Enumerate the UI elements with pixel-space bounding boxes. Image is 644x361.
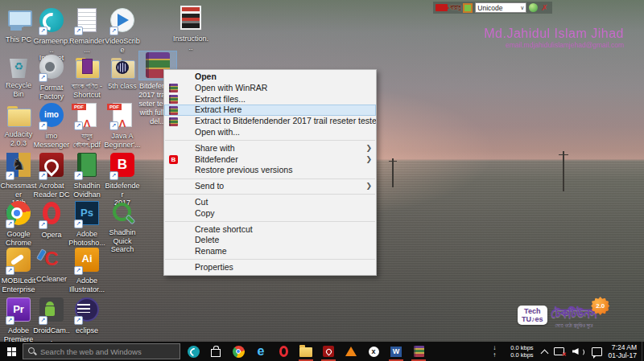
menu-item-restore-previous-versions[interactable]: Restore previous versions: [164, 165, 376, 176]
techtunes-logo: Tech TU♪es: [518, 306, 547, 325]
taskbar-chrome[interactable]: [229, 342, 248, 361]
imo-icon: imo: [39, 103, 64, 127]
taskbar-opera[interactable]: [274, 342, 293, 361]
menu-item-rename[interactable]: Rename: [164, 246, 376, 257]
menu-item-copy[interactable]: Copy: [164, 208, 376, 219]
photoshop-icon: Ps: [75, 201, 99, 225]
techtunes-tagline: মেতে ওঠো প্রযুক্তির সুরে: [551, 322, 597, 329]
winrar-icon: [169, 84, 178, 92]
encoding-dropdown[interactable]: Unicode ∨: [475, 2, 526, 13]
taskbar-word[interactable]: W: [386, 342, 406, 361]
chessmaster-icon: [6, 153, 31, 177]
desktop-icon-recycle-bin[interactable]: Recycle Bin: [0, 53, 37, 98]
menu-item-delete[interactable]: Delete: [164, 235, 376, 246]
desktop-icon-audacity[interactable]: Audacity 2.0.3: [0, 101, 37, 147]
desktop-icon-instruction[interactable]: Instruction...: [172, 4, 209, 51]
menu-separator: [165, 140, 375, 141]
tray-expand-chevron-icon[interactable]: [540, 349, 548, 357]
desktop-icon-shadhin-quick-search[interactable]: Shadhin Quick Search: [104, 199, 141, 254]
desktop-icon-this-pc[interactable]: This PC: [0, 6, 37, 44]
pdf-icon: [77, 103, 97, 127]
desktop-icon-bank-math-shortcut[interactable]: ব্যাংক গণিত - Shortcut: [68, 53, 105, 99]
grameenphone-icon: [188, 346, 200, 358]
menu-item-extract-to[interactable]: Extract to Bitdefendender 2017 trail res…: [164, 116, 376, 127]
this-pc-icon: [5, 6, 32, 34]
desktop-icon-format-factory[interactable]: Format Factory: [33, 53, 70, 101]
search-icon: [28, 347, 36, 355]
menu-item-share-with[interactable]: Share with❯: [164, 143, 376, 154]
edge-icon: e: [258, 345, 265, 358]
date: 01-Jul-17: [609, 351, 637, 359]
submenu-arrow-icon: ❯: [365, 154, 372, 166]
taskbar-xbox[interactable]: x: [364, 342, 383, 361]
desktop-icon-eclipse[interactable]: eclipse: [68, 296, 105, 335]
document-icon: [77, 8, 97, 32]
start-button[interactable]: [0, 342, 23, 361]
volume-icon[interactable]: [572, 347, 584, 356]
menu-item-extract-here[interactable]: Extract Here: [164, 105, 376, 116]
mobiledit-icon: [6, 248, 31, 272]
desktop-icon-droidcam[interactable]: DroidCam...: [33, 296, 70, 343]
desktop-icon-photoshop[interactable]: PsAdobe Photosho...: [68, 199, 105, 247]
tools-icon[interactable]: [540, 3, 550, 12]
taskbar-winrar[interactable]: [409, 342, 428, 361]
format-factory-icon: [39, 55, 64, 79]
language-bar[interactable]: বায়ান্ন Unicode ∨: [433, 2, 552, 14]
taskbar-search[interactable]: Search the web and Windows: [23, 343, 180, 359]
desktop-icon-magic-pdf[interactable]: যাদুর কৌশল.pdf: [68, 101, 105, 149]
menu-item-create-shortcut[interactable]: Create shortcut: [164, 224, 376, 236]
desktop-icon-illustrator[interactable]: AiAdobe Illustrator...: [68, 246, 105, 293]
desktop-icon-opera[interactable]: Opera: [33, 199, 70, 240]
desktop-icon-videoscribe[interactable]: VideoScribe: [104, 6, 141, 54]
desktop-icon-google-chrome[interactable]: Google Chrome: [0, 199, 37, 247]
desktop-icon-5th-class[interactable]: 5th class: [104, 53, 141, 91]
owner-name: Md.Jahidul Islam Jihad: [484, 27, 624, 41]
menu-item-open-with[interactable]: Open with...: [164, 127, 376, 138]
desktop-icon-remainder[interactable]: Remainder...: [68, 6, 105, 54]
keyboard-orb-icon[interactable]: [529, 3, 538, 12]
pdf-icon: [113, 103, 132, 127]
keyboard-icon: [436, 4, 448, 11]
network-status-icon[interactable]: [554, 347, 564, 355]
taskbar-file-explorer[interactable]: [296, 342, 316, 361]
taskbar-clock[interactable]: 7:24 AM 01-Jul-17: [609, 343, 637, 359]
desktop-icon-imo-messenger[interactable]: imoimo Messenger: [33, 101, 70, 149]
winrar-icon: [169, 117, 178, 126]
menu-item-open[interactable]: Open: [164, 72, 376, 83]
time: 7:24 AM: [609, 343, 637, 351]
menu-item-open-with-winrar[interactable]: Open with WinRAR: [164, 83, 376, 94]
layout-skin-icon[interactable]: [463, 3, 473, 13]
download-arrow-icon: ↓: [493, 344, 496, 351]
action-center-icon[interactable]: [592, 347, 602, 356]
menu-separator: [165, 194, 375, 195]
acrobat-icon: [323, 346, 334, 357]
desktop-icon-shadhin-ovidhan[interactable]: Shadhin Ovidhan: [68, 151, 105, 199]
bitdefender-icon: B: [169, 155, 178, 164]
menu-item-cut[interactable]: Cut: [164, 197, 376, 208]
network-speed-values[interactable]: 0.0 kbps 0.0 kbps: [510, 344, 533, 359]
taskbar-grameenphone[interactable]: [184, 342, 203, 361]
eclipse-icon: [75, 297, 99, 322]
opera-icon: [279, 346, 288, 357]
menu-item-properties[interactable]: Properties: [164, 262, 376, 273]
owner-signature: Md.Jahidul Islam Jihad email.mdjahidulis…: [484, 27, 624, 49]
menu-item-bitdefender[interactable]: BBitdefender❯: [164, 154, 376, 166]
power-pole: [392, 158, 394, 187]
taskbar-store[interactable]: [206, 342, 225, 361]
desktop-icon-ccleaner[interactable]: CCCleaner: [33, 246, 70, 284]
submenu-arrow-icon: ❯: [365, 181, 372, 192]
store-bag-icon: [211, 349, 221, 357]
desktop-icon-mobiledit[interactable]: MOBILedit Enterprise: [0, 246, 37, 293]
techtunes-bangla-name: টেকটিউনস: [551, 306, 597, 322]
taskbar-acrobat[interactable]: [319, 342, 338, 361]
power-pole: [563, 151, 564, 191]
desktop-icon-acrobat-reader[interactable]: Acrobat Reader DC: [33, 151, 70, 199]
taskbar-vlc[interactable]: [341, 342, 361, 361]
winrar-icon: [414, 346, 424, 357]
power-pole-crossarm: [559, 154, 568, 155]
taskbar-edge[interactable]: e: [251, 342, 270, 361]
encoding-value: Unicode: [477, 4, 502, 12]
desktop-icon-java-beginners-pdf[interactable]: Java A Beginner'...: [104, 101, 141, 149]
menu-item-extract-files[interactable]: Extract files...: [164, 94, 376, 105]
menu-item-send-to[interactable]: Send to❯: [164, 181, 376, 192]
